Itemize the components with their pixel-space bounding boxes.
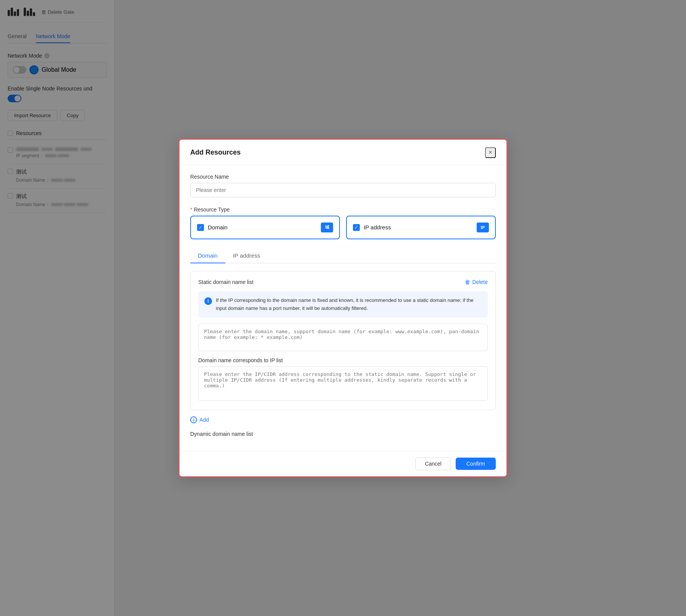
ip-card-left: ✓ IP address [353, 224, 391, 231]
confirm-button[interactable]: Confirm [456, 458, 496, 470]
ip-address-tab[interactable]: IP address [225, 248, 268, 263]
delete-label: Delete [472, 279, 488, 285]
domain-tab[interactable]: Domain [190, 248, 225, 263]
inner-tabs: Domain IP address [190, 248, 496, 263]
ip-type-label: IP address [364, 224, 391, 231]
add-circle-icon: + [190, 416, 197, 423]
required-star: * [190, 206, 192, 213]
ip-type-card[interactable]: ✓ IP address IP [346, 216, 496, 239]
domain-checkbox[interactable]: ✓ [197, 224, 204, 231]
domain-badge: 域 [321, 223, 333, 232]
modal-footer: Cancel Confirm [180, 451, 506, 476]
info-text: If the IP corresponding to the domain na… [216, 297, 482, 313]
resource-name-section: Resource Name [190, 174, 496, 197]
ip-badge: IP [477, 223, 489, 232]
add-label: Add [199, 417, 209, 423]
modal-header: Add Resources × [180, 140, 506, 164]
ip-checkbox[interactable]: ✓ [353, 224, 360, 231]
static-domain-section: Static domain name list 🗑 Delete i If th… [190, 271, 496, 411]
static-domain-header: Static domain name list 🗑 Delete [198, 279, 488, 285]
add-resources-modal: Add Resources × Resource Name * Resource… [179, 139, 507, 477]
domain-name-input[interactable] [198, 324, 488, 351]
cancel-button[interactable]: Cancel [415, 457, 451, 470]
add-static-domain-button[interactable]: + Add [190, 416, 496, 423]
resource-name-label: Resource Name [190, 174, 496, 180]
modal-close-button[interactable]: × [485, 147, 496, 158]
trash-delete-icon: 🗑 [465, 279, 470, 285]
modal-body: Resource Name * Resource Type ✓ Domain [180, 164, 506, 451]
static-domain-title: Static domain name list [198, 279, 254, 285]
info-box: i If the IP corresponding to the domain … [198, 291, 488, 318]
resource-type-cards: ✓ Domain 域 ✓ IP address IP [190, 216, 496, 239]
resource-type-label: * Resource Type [190, 206, 496, 213]
domain-card-left: ✓ Domain [197, 224, 228, 231]
delete-static-domain-button[interactable]: 🗑 Delete [465, 279, 488, 285]
info-i-icon: i [204, 297, 212, 305]
modal-title: Add Resources [190, 148, 241, 156]
ip-cidr-input[interactable] [198, 366, 488, 401]
dynamic-domain-title: Dynamic domain name list [190, 431, 496, 437]
ip-list-label: Domain name corresponds to IP list [198, 357, 488, 363]
domain-type-card[interactable]: ✓ Domain 域 [190, 216, 340, 239]
domain-type-label: Domain [208, 224, 228, 231]
resource-type-section: * Resource Type ✓ Domain 域 [190, 206, 496, 239]
modal-overlay: Add Resources × Resource Name * Resource… [0, 0, 686, 616]
resource-name-input[interactable] [190, 183, 496, 197]
